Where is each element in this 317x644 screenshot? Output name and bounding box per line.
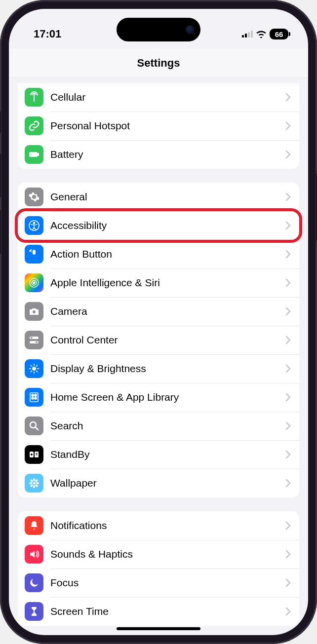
page-title: Settings (137, 57, 180, 70)
chevron-right-icon (285, 450, 291, 459)
row-label: Notifications (50, 520, 285, 531)
accessibility-icon (25, 216, 43, 235)
row-label: Search (50, 420, 285, 432)
row-label: General (50, 191, 285, 203)
row-label: Control Center (50, 334, 285, 346)
settings-row-cellular[interactable]: Cellular (18, 83, 299, 112)
row-label: Personal Hotspot (50, 120, 285, 132)
svg-rect-23 (36, 453, 38, 454)
chevron-right-icon (285, 93, 291, 102)
standby-icon (25, 445, 43, 464)
screen: 17:01 66 Settings CellularPersonal Hotsp… (9, 9, 308, 635)
wifi-icon (256, 30, 267, 38)
volume-up-button (0, 153, 1, 197)
svg-rect-18 (35, 397, 37, 399)
settings-row-accessibility[interactable]: Accessibility (18, 211, 299, 240)
chevron-right-icon (285, 121, 291, 130)
action-icon (25, 245, 43, 264)
svg-rect-1 (38, 153, 39, 155)
svg-point-29 (36, 482, 39, 484)
svg-point-22 (31, 454, 33, 455)
settings-row-home-screen[interactable]: Home Screen & App Library (18, 383, 299, 412)
chevron-right-icon (285, 221, 291, 230)
chevron-right-icon (285, 393, 291, 402)
search-icon (25, 417, 43, 435)
antenna-icon (25, 88, 43, 107)
settings-row-display[interactable]: Display & Brightness (18, 354, 299, 383)
phone-frame: 17:01 66 Settings CellularPersonal Hotsp… (0, 0, 317, 644)
svg-rect-4 (33, 250, 36, 255)
settings-row-standby[interactable]: StandBy (18, 440, 299, 469)
gear-icon (25, 188, 43, 206)
camera-icon (25, 302, 43, 321)
battery-indicator: 66 (270, 29, 288, 39)
battery-icon (25, 145, 43, 164)
settings-group-attention: NotificationsSounds & HapticsFocusScreen… (18, 511, 299, 626)
settings-row-hotspot[interactable]: Personal Hotspot (18, 112, 299, 140)
row-label: Apple Intelligence & Siri (50, 277, 285, 289)
settings-row-sounds[interactable]: Sounds & Haptics (18, 540, 299, 568)
volume-down-button (0, 210, 1, 254)
settings-group-connectivity: CellularPersonal HotspotBattery (18, 83, 299, 169)
chevron-right-icon (285, 479, 291, 488)
chevron-right-icon (285, 250, 291, 259)
svg-point-25 (33, 482, 36, 485)
settings-row-control-center[interactable]: Control Center (18, 326, 299, 354)
row-label: StandBy (50, 449, 285, 460)
row-label: Screen Time (50, 606, 285, 617)
settings-row-focus[interactable]: Focus (18, 568, 299, 597)
chevron-right-icon (285, 192, 291, 201)
status-time: 17:01 (34, 28, 61, 40)
row-label: Wallpaper (50, 477, 285, 489)
chevron-right-icon (285, 421, 291, 430)
settings-row-wallpaper[interactable]: Wallpaper (18, 469, 299, 497)
svg-point-31 (35, 484, 38, 487)
switches-icon (25, 331, 43, 349)
front-camera (186, 25, 195, 34)
settings-group-device: GeneralAccessibilityAction ButtonApple I… (18, 183, 299, 497)
row-label: Sounds & Haptics (50, 548, 285, 560)
settings-row-siri[interactable]: Apple Intelligence & Siri (18, 268, 299, 297)
svg-point-26 (33, 478, 35, 481)
svg-point-7 (33, 282, 35, 284)
dynamic-island (117, 18, 200, 41)
siri-icon (25, 273, 43, 292)
hourglass-icon (25, 602, 43, 621)
row-label: Action Button (50, 248, 285, 260)
chevron-right-icon (285, 307, 291, 316)
settings-row-screen-time[interactable]: Screen Time (18, 597, 299, 626)
row-label: Battery (50, 149, 285, 160)
mute-switch (0, 111, 1, 133)
link-icon (25, 116, 43, 135)
chevron-right-icon (285, 150, 291, 159)
chevron-right-icon (285, 607, 291, 616)
chevron-right-icon (285, 278, 291, 287)
settings-row-search[interactable]: Search (18, 412, 299, 440)
row-label: Focus (50, 577, 285, 589)
svg-point-8 (33, 310, 36, 313)
chevron-right-icon (285, 521, 291, 530)
flower-icon (25, 474, 43, 492)
svg-point-33 (30, 484, 33, 487)
apps-icon (25, 388, 43, 407)
settings-row-camera[interactable]: Camera (18, 297, 299, 326)
settings-row-battery[interactable]: Battery (18, 140, 299, 169)
chevron-right-icon (285, 364, 291, 373)
chevron-right-icon (285, 578, 291, 587)
nav-header: Settings (9, 48, 308, 78)
row-label: Cellular (50, 91, 285, 103)
svg-point-12 (36, 341, 38, 343)
svg-point-3 (33, 222, 35, 224)
moon-icon (25, 573, 43, 592)
settings-row-general[interactable]: General (18, 183, 299, 211)
svg-rect-17 (32, 397, 34, 399)
svg-point-28 (29, 482, 32, 484)
settings-row-action-button[interactable]: Action Button (18, 240, 299, 268)
row-label: Home Screen & App Library (50, 391, 285, 403)
row-label: Camera (50, 305, 285, 317)
home-indicator[interactable] (117, 627, 200, 630)
settings-row-notifications[interactable]: Notifications (18, 511, 299, 540)
settings-list[interactable]: CellularPersonal HotspotBatteryGeneralAc… (9, 78, 308, 635)
svg-point-13 (32, 367, 36, 371)
sun-icon (25, 359, 43, 378)
